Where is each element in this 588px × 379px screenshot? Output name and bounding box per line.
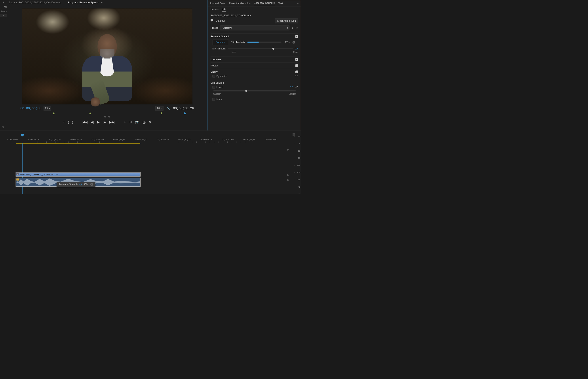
meter-tick-label: -36 xyxy=(293,179,301,181)
mark-in-icon[interactable]: { xyxy=(68,120,69,124)
program-monitor: Source: E001C002_230815CU_CANON.mov Prog… xyxy=(7,0,208,130)
expand-right-icon[interactable]: » xyxy=(297,2,299,5)
add-marker-icon[interactable]: ▾ xyxy=(63,120,65,124)
subtab-browse[interactable]: Browse xyxy=(211,8,219,12)
save-preset-icon[interactable]: ⤓ xyxy=(291,26,293,29)
level-value[interactable]: 0.0 xyxy=(290,86,293,89)
resolution-dropdown[interactable]: 1/2 xyxy=(155,106,164,110)
enhance-speech-checkbox[interactable]: ✓ xyxy=(295,35,298,38)
tab-lumetri[interactable]: Lumetri Color xyxy=(210,2,226,5)
ruler-tick-label: 0;00;36;00 xyxy=(7,138,18,141)
marker-icon[interactable] xyxy=(184,112,186,114)
duration-timecode: 00;00;38;26 xyxy=(173,107,194,110)
marker-icon[interactable] xyxy=(89,112,91,114)
play-icon[interactable]: ▶ xyxy=(97,120,100,124)
tooltip-close-icon[interactable]: ✕ xyxy=(90,183,93,186)
meter-tick-label: -12 xyxy=(293,150,301,152)
current-timecode[interactable]: 00;00;36;08 xyxy=(20,107,41,110)
meter-tick-label: - 0 xyxy=(293,135,301,138)
video-clip-label: E001C002_230815CU_CANON.mov [V] xyxy=(20,173,58,176)
ruler-tick-label: 00;00;41;00 xyxy=(222,138,234,141)
meter-tick-label: -30 xyxy=(293,171,301,174)
tooltip-label: Enhance Speech xyxy=(59,183,78,186)
repair-title[interactable]: Repair xyxy=(211,64,218,67)
add-button-icon[interactable]: ＋ xyxy=(143,120,147,124)
marker-icon[interactable] xyxy=(53,112,55,114)
timeline-zoom-handle[interactable] xyxy=(287,179,289,181)
collapse-icon[interactable]: ᐱ xyxy=(0,14,7,17)
chevron-down-icon: ▾ xyxy=(287,27,288,29)
ruler-tick-label: 00;00;39;15 xyxy=(157,138,168,141)
ruler-tick-label: 00;00;39;00 xyxy=(135,138,147,141)
audio-meter: - 0-6-12-18-24-30-36-42-48 xyxy=(291,131,301,194)
zoom-fit-dropdown[interactable]: Fit xyxy=(44,106,51,110)
timeline-zoom-handle[interactable] xyxy=(287,174,289,176)
ruler-tick-label: 00;00;37;15 xyxy=(70,138,82,141)
dynamics-checkbox[interactable]: ✓ xyxy=(212,75,215,78)
clip-analysis-label: Clip Analysis xyxy=(231,41,245,44)
playhead-handle[interactable] xyxy=(21,134,24,136)
level-checkbox[interactable]: ✓ xyxy=(212,86,215,89)
tab-text[interactable]: Text xyxy=(278,2,283,5)
markers-bar[interactable] xyxy=(18,112,196,115)
db-label: dB xyxy=(295,86,298,89)
loudness-checkbox[interactable]: ✓ xyxy=(295,58,298,61)
marker-icon[interactable] xyxy=(161,112,162,114)
extract-icon[interactable]: ⊟ xyxy=(130,120,132,124)
ruler-tick-label: 00;00;42;00 xyxy=(265,138,277,141)
clear-audio-type-button[interactable]: Clear Audio Type xyxy=(275,18,298,23)
mute-checkbox[interactable]: ✓ xyxy=(212,98,215,101)
export-frame-icon[interactable]: 📷 xyxy=(135,120,139,124)
mix-amount-label: Mix Amount: xyxy=(212,47,226,50)
video-preview[interactable] xyxy=(22,8,192,104)
goto-out-icon[interactable]: ▶▶| xyxy=(109,120,115,124)
trash-icon[interactable]: 🗑 xyxy=(1,125,4,128)
time-ruler[interactable]: 0;00;36;0000;00;36;1500;00;37;0000;00;37… xyxy=(7,138,291,143)
work-area-bar[interactable] xyxy=(16,143,140,143)
loudness-title[interactable]: Loudness xyxy=(211,58,221,61)
mix-amount-value[interactable]: 0.7 xyxy=(295,47,298,50)
enhance-speech-title[interactable]: Enhance Speech xyxy=(211,35,230,38)
mute-label: Mute xyxy=(216,98,222,101)
step-back-icon[interactable]: ◀| xyxy=(91,120,94,124)
lift-icon[interactable]: ⊞ xyxy=(124,120,126,124)
panel-menu-icon[interactable]: ≡ xyxy=(101,1,102,4)
source-tab[interactable]: Source: E001C002_230815CU_CANON.mov xyxy=(9,1,61,4)
proxy-toggle-icon[interactable]: ↻ xyxy=(149,120,151,124)
ruler-tick-label: 00;00;36;15 xyxy=(27,138,39,141)
enhance-button[interactable]: Enhance xyxy=(212,40,229,45)
meter-tick-label: -24 xyxy=(293,164,301,166)
step-forward-icon[interactable]: |▶ xyxy=(103,120,106,124)
timeline[interactable]: 0;00;36;0000;00;36;1500;00;37;0000;00;37… xyxy=(7,131,291,194)
settings-wrench-icon[interactable]: 🔧 xyxy=(166,107,170,110)
dynamics-label: Dynamics xyxy=(216,75,227,78)
processing-tooltip: Enhance Speech 33% ✕ xyxy=(57,182,95,187)
mark-out-icon[interactable]: } xyxy=(72,120,73,124)
video-clip[interactable]: fx E001C002_230815CU_CANON.mov [V] xyxy=(16,172,140,176)
expand-left-icon[interactable]: » xyxy=(0,0,7,4)
preset-dropdown[interactable]: (Custom)▾ xyxy=(220,25,289,31)
preset-label: Preset: xyxy=(211,27,218,29)
cancel-analysis-icon[interactable]: ✕ xyxy=(292,41,295,44)
ruler-tick-label: 00;00;41;15 xyxy=(244,138,255,141)
goto-in-icon[interactable]: |◀◀ xyxy=(82,120,87,124)
scrubber-handle-left[interactable] xyxy=(104,116,106,117)
subtab-edit[interactable]: Edit xyxy=(222,8,226,12)
volume-slider[interactable] xyxy=(213,90,296,91)
clarity-checkbox[interactable]: ✓ xyxy=(295,70,298,73)
timeline-zoom-handle[interactable] xyxy=(287,149,289,151)
fx-badge-icon[interactable]: fx xyxy=(16,173,18,175)
tooltip-pct: 33% xyxy=(84,183,89,186)
tab-essential-sound[interactable]: Essential Sound≡ xyxy=(254,1,275,5)
repair-checkbox[interactable]: ✓ xyxy=(295,64,298,67)
essential-sound-panel: Lumetri Color Essential Graphics Essenti… xyxy=(208,0,301,130)
level-label: Level xyxy=(216,86,222,89)
tab-essential-graphics[interactable]: Essential Graphics xyxy=(229,2,251,5)
clarity-title[interactable]: Clarity xyxy=(211,70,218,73)
mix-amount-slider[interactable] xyxy=(228,48,293,49)
ruler-tick-label: 00;00;38;00 xyxy=(92,138,104,141)
scrubber-handle-right[interactable] xyxy=(108,116,110,117)
panel-menu-icon[interactable]: ≡ xyxy=(274,1,275,4)
ruler-tick-label: 00;00;37;00 xyxy=(49,138,61,141)
program-tab[interactable]: Program: Enhance Speech xyxy=(68,1,99,4)
